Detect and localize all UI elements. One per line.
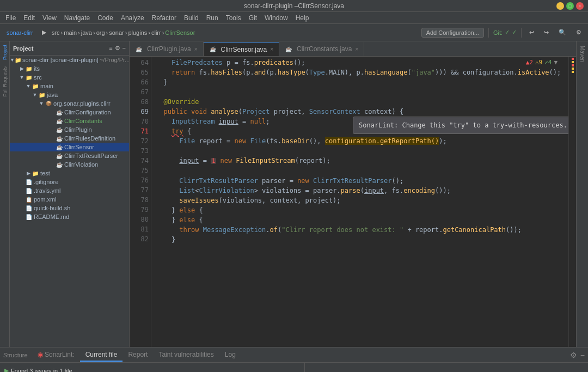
window-controls: − □ × [556, 2, 584, 10]
tree-gitignore[interactable]: ▶ 📄 .gitignore [10, 178, 129, 186]
bottom-tab-current-file[interactable]: Current file [80, 349, 123, 362]
bc-main[interactable]: main [64, 29, 77, 36]
tab-clirr-constants[interactable]: ☕ ClirrConstants.java × [279, 42, 364, 56]
tab-clirr-plugin[interactable]: ☕ ClirrPlugin.java × [130, 42, 204, 56]
tab-clirr-sensor[interactable]: ☕ ClirrSensor.java × [204, 42, 280, 56]
menu-run[interactable]: Run [203, 13, 222, 23]
bottom-tab-report[interactable]: Report [122, 349, 153, 362]
add-configuration-button[interactable]: Add Configuration... [421, 28, 484, 38]
bottom-collapse-icon[interactable]: − [580, 351, 585, 359]
tree-clirr-plugin[interactable]: ▶ ☕ ClirrPlugin [10, 125, 129, 134]
tabs-bar: ☕ ClirrPlugin.java × ☕ ClirrSensor.java … [130, 41, 576, 57]
bc-plugins[interactable]: plugins [128, 29, 147, 36]
tree-org[interactable]: ▼ 📦 org.sonar.plugins.clirr [10, 99, 129, 108]
code-line-82: } [156, 235, 564, 245]
redo-button[interactable]: ↪ [541, 28, 552, 37]
rule-tabs: Rule Locations [314, 369, 579, 372]
tree-build[interactable]: ▶ 📄 quick-build.sh [10, 204, 129, 212]
issues-panel: ▶ Found 3 issues in 1 file ▼ ☕ ClirrSens… [0, 363, 305, 372]
toolbar: sonar-clirr ▶ src › main › java › org › … [0, 24, 588, 41]
warn-count: ⚠9 [535, 58, 542, 68]
menu-navigate[interactable]: Navigate [61, 13, 93, 23]
maximize-button[interactable]: □ [566, 2, 574, 10]
menu-window[interactable]: Window [261, 13, 291, 23]
pull-requests-label[interactable]: Pull Requests [1, 65, 9, 98]
bottom-settings-icon[interactable]: ⚙ [570, 351, 577, 359]
minimize-button[interactable]: − [556, 2, 564, 10]
project-label[interactable]: Project [1, 44, 9, 61]
tab-constants-close[interactable]: × [355, 46, 358, 52]
tree-main-label: main [40, 83, 53, 89]
bc-sensor[interactable]: ClirrSensor [165, 29, 195, 36]
menu-edit[interactable]: Edit [20, 13, 38, 23]
code-line-80: } else { [156, 215, 564, 225]
menu-refactor[interactable]: Refactor [149, 13, 180, 23]
right-panel: Maven [576, 41, 588, 347]
bottom-tab-taint[interactable]: Taint vulnerabilities [153, 349, 219, 362]
tree-clirr-constants[interactable]: ▶ ☕ ClirrConstants [10, 117, 129, 125]
tree-gitignore-label: .gitignore [34, 179, 58, 185]
tree-clirr-viol[interactable]: ▶ ☕ ClirrViolation [10, 160, 129, 169]
menu-help[interactable]: Help [292, 13, 313, 23]
tree-clirr-rules[interactable]: ▶ ☕ ClirrRulesDefinition [10, 134, 129, 143]
project-icon-1[interactable]: ≡ [109, 45, 112, 52]
maven-label[interactable]: Maven [578, 44, 586, 64]
menu-analyze[interactable]: Analyze [118, 13, 148, 23]
tree-readme[interactable]: ▶ 📄 README.md [10, 212, 129, 221]
toolbar-icon-1[interactable]: ▶ [39, 28, 50, 37]
tree-pom[interactable]: ▶ 📋 pom.xml [10, 195, 129, 204]
main-area: Project Pull Requests Project ≡ ⚙ − ▼ 📁 … [0, 41, 588, 347]
tab-plugin-label: ClirrPlugin.java [147, 45, 191, 53]
tree-test[interactable]: ▶ 📁 test [10, 169, 129, 178]
tree-root[interactable]: ▼ 📁 sonar-clirr [sonar-clirr-plugin] ~/P… [10, 56, 129, 64]
code-editor[interactable]: SonarLint: Change this "try" to a try-wi… [151, 57, 568, 347]
tree-sensor-label: ClirrSensor [64, 144, 94, 150]
menu-tools[interactable]: Tools [223, 13, 244, 23]
warn-marker-1 [572, 61, 574, 63]
tree-src[interactable]: ▼ 📁 src [10, 73, 129, 82]
play-icon[interactable]: ▶ [4, 367, 9, 372]
undo-button[interactable]: ↩ [526, 28, 537, 37]
tree-root-label: sonar-clirr [sonar-clirr-plugin] [22, 57, 99, 63]
tab-sensor-label: ClirrSensor.java [221, 46, 267, 53]
project-header-icons: ≡ ⚙ − [109, 45, 126, 52]
rule-tab-rule[interactable]: Rule [314, 369, 340, 372]
project-collapse[interactable]: − [122, 45, 126, 52]
warn-marker-3 [572, 71, 574, 73]
bottom-tab-log[interactable]: Log [219, 349, 241, 362]
tree-travis[interactable]: ▶ 📄 .travis.yml [10, 186, 129, 195]
bottom-tab-current-label: Current file [85, 351, 118, 358]
menu-view[interactable]: View [39, 13, 60, 23]
collapse-icon[interactable]: ▼ [554, 58, 558, 68]
tree-txt-label: ClirrTxtResultParser [64, 153, 118, 159]
project-selector[interactable]: sonar-clirr [3, 28, 36, 37]
search-icon[interactable]: 🔍 [555, 28, 569, 37]
tab-plugin-close[interactable]: × [194, 46, 198, 52]
code-line-68: @Override [156, 97, 564, 107]
tree-readme-label: README.md [34, 214, 69, 220]
separator-2 [521, 28, 522, 38]
bottom-tab-sonarlint[interactable]: ◉ SonarLint: [32, 349, 80, 362]
structure-label[interactable]: Structure [3, 352, 28, 358]
tree-clirr-txt[interactable]: ▶ ☕ ClirrTxtResultParser [10, 151, 129, 160]
bc-clirr[interactable]: clirr [151, 29, 161, 36]
tree-main[interactable]: ▼ 📁 main [10, 82, 129, 90]
tab-sensor-close[interactable]: × [270, 46, 273, 52]
bc-java[interactable]: java [81, 29, 92, 36]
bc-sonar[interactable]: sonar [109, 29, 124, 36]
project-icon-2[interactable]: ⚙ [115, 45, 120, 52]
settings-icon[interactable]: ⚙ [573, 28, 585, 37]
tree-clirr-config[interactable]: ▶ ☕ ClirrConfiguration [10, 108, 129, 117]
menu-build[interactable]: Build [181, 13, 202, 23]
tree-clirr-sensor[interactable]: ▶ ☕ ClirrSensor [10, 143, 129, 151]
close-button[interactable]: × [576, 2, 584, 10]
menu-file[interactable]: File [2, 13, 19, 23]
tree-java[interactable]: ▼ 📁 java [10, 90, 129, 99]
rule-tab-locations[interactable]: Locations [340, 369, 381, 372]
bc-org[interactable]: org [96, 29, 105, 36]
bottom-panel: Structure ◉ SonarLint: Current file Repo… [0, 347, 588, 372]
bc-src[interactable]: src [52, 29, 60, 36]
menu-code[interactable]: Code [94, 13, 117, 23]
tree-its[interactable]: ▶ 📁 its [10, 64, 129, 73]
menu-git[interactable]: Git [246, 13, 260, 23]
